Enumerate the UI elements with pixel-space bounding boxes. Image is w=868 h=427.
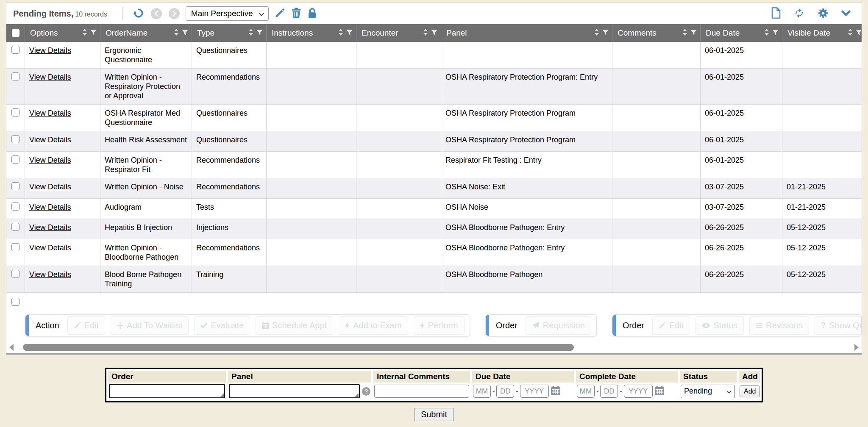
cell-due-date: 03-07-2025	[701, 178, 782, 198]
filter-icon[interactable]	[346, 28, 353, 38]
row-checkbox[interactable]	[11, 202, 19, 211]
sort-icon[interactable]	[174, 28, 179, 38]
next-button[interactable]	[168, 7, 181, 20]
schedule-appt-button[interactable]: Schedule Appt	[256, 316, 333, 335]
filter-icon[interactable]	[90, 28, 97, 38]
view-details-link[interactable]: View Details	[29, 73, 71, 81]
view-details-link[interactable]: View Details	[29, 136, 71, 144]
filter-icon[interactable]	[856, 28, 862, 38]
row-checkbox[interactable]	[11, 72, 19, 80]
internal-comments-input[interactable]	[374, 385, 469, 398]
column-header-instructions[interactable]: Instructions	[267, 24, 356, 42]
cell-encounter	[356, 131, 441, 151]
row-checkbox[interactable]	[11, 108, 19, 116]
view-details-link[interactable]: View Details	[29, 156, 71, 164]
lock-perspective-button[interactable]	[307, 7, 317, 21]
filter-icon[interactable]	[690, 28, 697, 38]
column-header-ordername[interactable]: OrderName	[100, 24, 192, 42]
view-details-link[interactable]: View Details	[29, 183, 71, 191]
column-header-comments[interactable]: Comments	[612, 24, 701, 42]
select-chevron-icon	[259, 9, 264, 18]
edit-button[interactable]: Edit	[652, 316, 690, 335]
delete-perspective-button[interactable]	[291, 7, 302, 20]
column-header-encounter[interactable]: Encounter	[356, 24, 441, 42]
bolt-icon	[420, 322, 425, 329]
row-checkbox[interactable]	[11, 243, 19, 251]
new-document-button[interactable]	[771, 6, 782, 21]
perform-button[interactable]: Perform	[414, 316, 465, 335]
filter-icon[interactable]	[772, 28, 779, 38]
row-checkbox[interactable]	[11, 182, 19, 190]
view-details-link[interactable]: View Details	[29, 203, 71, 211]
evaluate-button[interactable]: Evaluate	[194, 316, 250, 335]
complete-date-yyyy-input[interactable]	[624, 385, 653, 398]
due-date-yyyy-input[interactable]	[520, 385, 549, 398]
filter-icon[interactable]	[256, 28, 263, 38]
edit-perspective-button[interactable]	[274, 7, 286, 20]
chevron-left-circle-icon	[151, 8, 162, 19]
complete-date-mm-input[interactable]	[577, 385, 595, 398]
complete-date-dd-input[interactable]	[600, 385, 618, 398]
view-details-link[interactable]: View Details	[29, 109, 71, 117]
pencil-icon	[275, 8, 285, 19]
due-date-dd-input[interactable]	[496, 385, 514, 398]
view-details-link[interactable]: View Details	[29, 46, 71, 55]
scroll-left-arrow[interactable]	[9, 344, 14, 351]
row-checkbox[interactable]	[11, 46, 19, 54]
filter-icon[interactable]	[431, 28, 437, 38]
view-details-link[interactable]: View Details	[29, 223, 71, 232]
add-to-exam-button[interactable]: Add to Exam	[339, 316, 408, 335]
refresh-button[interactable]	[793, 7, 806, 21]
status-button[interactable]: Status	[696, 316, 744, 335]
sort-icon[interactable]	[594, 28, 599, 38]
previous-button[interactable]	[150, 7, 163, 20]
view-details-link[interactable]: View Details	[29, 244, 71, 252]
perspective-select[interactable]: Main Perspective	[186, 6, 269, 21]
column-header-visible-date[interactable]: Visible Date	[782, 24, 862, 42]
scrollbar-track[interactable]	[16, 344, 852, 351]
undo-button[interactable]	[132, 7, 145, 21]
sort-icon[interactable]	[248, 28, 253, 38]
add-to-waitlist-button[interactable]: Add To Waitlist	[111, 316, 189, 335]
select-all-checkbox[interactable]	[12, 29, 19, 37]
group-bar-order: OrderRequisition	[485, 314, 597, 336]
table-row: View Details OSHA Respirator Med Questio…	[6, 105, 862, 131]
submit-button[interactable]: Submit	[414, 408, 454, 421]
sort-icon[interactable]	[848, 28, 853, 38]
column-header-type[interactable]: Type	[192, 24, 267, 42]
edit-button[interactable]: Edit	[67, 316, 105, 335]
panel-input[interactable]	[229, 384, 360, 398]
status-select[interactable]: Pending	[681, 385, 735, 398]
column-header-options[interactable]: Options	[25, 24, 100, 42]
scrollbar-thumb[interactable]	[23, 344, 574, 351]
view-details-link[interactable]: View Details	[29, 270, 71, 279]
show-question-button[interactable]: ?Show Question	[815, 316, 862, 335]
settings-button[interactable]	[817, 7, 829, 21]
new-row-checkbox[interactable]	[11, 298, 19, 306]
calendar-icon[interactable]	[655, 386, 664, 397]
calendar-icon[interactable]	[551, 386, 560, 397]
undo-icon	[133, 8, 144, 20]
filter-icon[interactable]	[182, 28, 188, 38]
row-checkbox[interactable]	[11, 135, 19, 143]
sort-icon[interactable]	[82, 28, 87, 38]
row-checkbox[interactable]	[11, 223, 19, 231]
revisions-button[interactable]: Revisions	[749, 316, 809, 335]
column-header-due-date[interactable]: Due Date	[701, 24, 782, 42]
collapse-panel-button[interactable]	[840, 9, 851, 18]
add-button[interactable]: Add	[740, 385, 760, 397]
row-checkbox[interactable]	[11, 270, 19, 278]
cell-order-name: Written Opinion - Respiratory Protection…	[100, 69, 192, 104]
sort-icon[interactable]	[338, 28, 343, 38]
order-input[interactable]	[109, 384, 225, 398]
sort-icon[interactable]	[423, 28, 428, 38]
row-checkbox[interactable]	[11, 155, 19, 164]
help-icon[interactable]: ?	[362, 387, 370, 396]
sort-icon[interactable]	[682, 28, 687, 38]
scroll-right-arrow[interactable]	[854, 344, 859, 351]
requisition-button[interactable]: Requisition	[526, 316, 591, 335]
filter-icon[interactable]	[602, 28, 609, 38]
column-header-panel[interactable]: Panel	[441, 24, 612, 42]
sort-icon[interactable]	[764, 28, 769, 38]
due-date-mm-input[interactable]	[473, 385, 491, 398]
